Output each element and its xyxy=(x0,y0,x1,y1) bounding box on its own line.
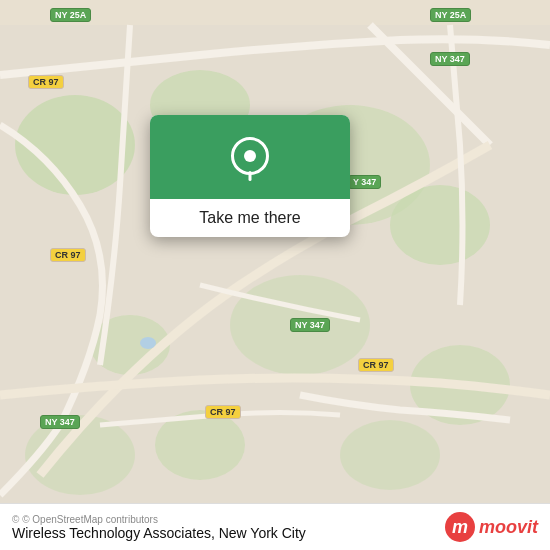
copyright-symbol: © xyxy=(12,514,19,525)
svg-point-11 xyxy=(140,337,156,349)
road-label-cr97-bottom-center: CR 97 xyxy=(205,405,241,419)
popup-green-area xyxy=(150,115,350,199)
road-label-cr97-mid-left: CR 97 xyxy=(50,248,86,262)
map-attribution: © © OpenStreetMap contributors xyxy=(12,514,306,525)
road-label-cr97-left: CR 97 xyxy=(28,75,64,89)
road-label-ny347-top-right: NY 347 xyxy=(430,52,470,66)
moovit-logo: m moovit xyxy=(445,512,538,542)
location-pin-icon xyxy=(231,137,269,181)
road-label-ny25a-top-right: NY 25A xyxy=(430,8,471,22)
svg-point-4 xyxy=(390,185,490,265)
popup-card[interactable]: Take me there xyxy=(150,115,350,237)
road-label-ny347-mid: Y 347 xyxy=(348,175,381,189)
moovit-icon: m xyxy=(445,512,475,542)
bottom-bar-left: © © OpenStreetMap contributors Wireless … xyxy=(12,514,306,541)
map-background xyxy=(0,0,550,550)
bottom-bar: © © OpenStreetMap contributors Wireless … xyxy=(0,503,550,550)
moovit-brand-text: moovit xyxy=(479,517,538,538)
map-container[interactable]: NY 25ANY 25ANY 347CR 97Y 347CR 97NY 347C… xyxy=(0,0,550,550)
road-label-cr97-lower-right: CR 97 xyxy=(358,358,394,372)
road-label-ny347-bottom-left: NY 347 xyxy=(40,415,80,429)
svg-text:m: m xyxy=(452,517,468,537)
road-label-ny347-lower: NY 347 xyxy=(290,318,330,332)
svg-point-10 xyxy=(340,420,440,490)
location-name: Wireless Technology Associates, New York… xyxy=(12,525,306,541)
take-me-there-button[interactable]: Take me there xyxy=(187,199,312,237)
road-label-ny25a-top-left: NY 25A xyxy=(50,8,91,22)
attribution-text: © OpenStreetMap contributors xyxy=(22,514,158,525)
